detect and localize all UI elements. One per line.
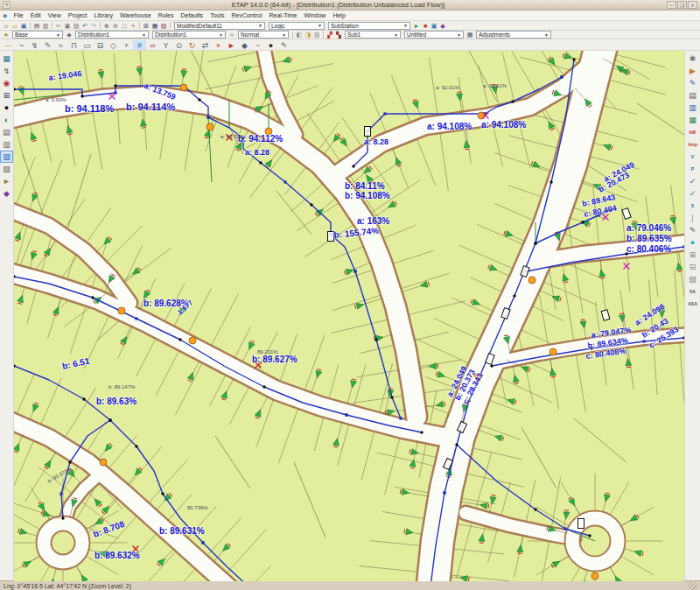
minimize-button[interactable]: ─: [667, 1, 676, 9]
scale-icon[interactable]: ◆: [238, 40, 251, 50]
new-icon[interactable]: ▱: [2, 22, 10, 30]
bus-node[interactable]: [682, 245, 684, 248]
gis-icon[interactable]: ▞: [326, 31, 334, 39]
transformer-node[interactable]: [118, 307, 125, 314]
pole-node[interactable]: [135, 445, 137, 447]
bus-node[interactable]: [284, 180, 286, 183]
pole-node[interactable]: [390, 396, 393, 398]
chevron-down-icon[interactable]: ▼: [56, 32, 60, 38]
pole-node[interactable]: [259, 161, 262, 164]
base-data-icon[interactable]: ●: [1, 102, 12, 113]
resize-grip[interactable]: [688, 582, 696, 589]
pole-node[interactable]: [455, 443, 458, 446]
record-icon[interactable]: ●: [687, 237, 698, 248]
pole-node[interactable]: [513, 294, 515, 297]
pole-node[interactable]: [534, 508, 536, 510]
pole-node[interactable]: [511, 100, 514, 102]
bus-node[interactable]: [135, 317, 137, 320]
bus-node[interactable]: [642, 340, 645, 342]
layers-icon[interactable]: ▧: [687, 274, 698, 284]
bus-node[interactable]: [206, 116, 209, 118]
view-combo[interactable]: Distribution1▼: [152, 31, 226, 39]
undo-icon[interactable]: ↶: [80, 22, 89, 30]
help-icon[interactable]: ?: [3, 1, 10, 9]
chart-icon[interactable]: ▥: [687, 102, 698, 113]
pole-node[interactable]: [91, 296, 94, 299]
menu-realtime[interactable]: Real-Time: [265, 12, 300, 18]
attach-icon[interactable]: ✎: [277, 40, 290, 50]
bus-node[interactable]: [560, 75, 563, 78]
rect-tool-icon[interactable]: ⊓: [67, 40, 80, 50]
overlay-icon[interactable]: ▦: [150, 22, 159, 30]
kw-icon[interactable]: kW: [687, 127, 698, 137]
revision-base-combo[interactable]: Base▼: [12, 31, 63, 39]
close-button[interactable]: ×: [688, 1, 697, 9]
chevron-down-icon[interactable]: ▼: [318, 23, 322, 28]
pole-node[interactable]: [581, 221, 584, 223]
pole-node[interactable]: [550, 180, 552, 183]
display-options-icon[interactable]: ▣: [430, 22, 438, 30]
pole-node[interactable]: [310, 203, 312, 206]
bus-node[interactable]: [443, 491, 445, 494]
check-a-icon[interactable]: ✓: [687, 176, 698, 186]
spline-tool-icon[interactable]: ≈: [54, 40, 67, 50]
transformer-node[interactable]: [550, 348, 556, 355]
asa-icon[interactable]: ASA: [687, 299, 698, 309]
presentation-icon[interactable]: ◈: [65, 31, 74, 39]
gis-map-canvas[interactable]: a: 19.046b: 94.118%a: 13.759b: 94.114%b:…: [14, 51, 684, 581]
pole-node[interactable]: [114, 84, 116, 87]
menu-edit[interactable]: Edit: [27, 12, 45, 18]
pf-icon[interactable]: P: [687, 164, 698, 174]
pole-node[interactable]: [161, 492, 164, 495]
menu-tools[interactable]: Tools: [206, 12, 228, 18]
pole-node[interactable]: [61, 516, 64, 519]
chevron-down-icon[interactable]: ▼: [282, 32, 286, 38]
pole-node[interactable]: [68, 460, 71, 463]
study-icon[interactable]: ◆: [1, 188, 12, 199]
panel-icon[interactable]: ▤: [1, 127, 12, 137]
transformer-node[interactable]: [189, 337, 196, 344]
mode-icon[interactable]: ≈: [228, 31, 236, 39]
favorites-icon[interactable]: ★: [2, 31, 10, 39]
open-icon[interactable]: ▭: [10, 22, 19, 30]
pole-node[interactable]: [420, 431, 423, 433]
zoom-in-icon[interactable]: ⊕: [102, 22, 111, 30]
redo-icon[interactable]: ↷: [89, 22, 98, 30]
mirror-icon[interactable]: ⇄: [199, 40, 212, 50]
print-icon[interactable]: ▤: [32, 22, 41, 30]
shape-tool-icon[interactable]: ▭: [80, 40, 94, 50]
unbalanced-lf-icon[interactable]: ▧: [1, 151, 12, 162]
transformer-node[interactable]: [592, 572, 598, 579]
menu-file[interactable]: File: [10, 12, 26, 18]
bus-node[interactable]: [354, 270, 356, 272]
pole-node[interactable]: [82, 397, 85, 400]
network-combo[interactable]: Untitled▼: [404, 31, 464, 39]
pointer-icon[interactable]: ▶: [687, 66, 698, 76]
config-status-combo[interactable]: Normal▼: [238, 31, 289, 39]
adjust-icon[interactable]: ▦: [466, 31, 474, 39]
report-mode-icon[interactable]: ▨: [1, 164, 12, 174]
junction-icon[interactable]: ⊙: [172, 40, 186, 50]
snap-tool-icon[interactable]: ◇: [107, 40, 120, 50]
amp-icon[interactable]: Amp: [687, 139, 698, 150]
volt-icon[interactable]: V: [687, 151, 698, 162]
paste-icon[interactable]: ▨: [72, 22, 80, 30]
bus-node[interactable]: [399, 417, 402, 419]
menu-library[interactable]: Library: [91, 12, 116, 18]
pole-node[interactable]: [108, 418, 111, 421]
flag-mode-icon[interactable]: ►: [1, 176, 12, 186]
restore-button[interactable]: ❏: [677, 1, 687, 9]
transformer-node[interactable]: [528, 277, 536, 284]
bus-node[interactable]: [60, 492, 62, 495]
menu-warehouse[interactable]: Warehouse: [116, 12, 155, 18]
pole-node[interactable]: [352, 165, 354, 167]
merge-tool-icon[interactable]: ⊟: [94, 40, 107, 50]
pole-node[interactable]: [588, 534, 591, 537]
map-icon[interactable]: ▚: [334, 31, 343, 39]
pen-icon[interactable]: ✎: [687, 78, 698, 88]
oneline-icon[interactable]: ↯: [1, 66, 12, 76]
protection-icon[interactable]: ◉: [1, 78, 12, 88]
pole-node[interactable]: [534, 242, 536, 244]
delete-icon[interactable]: ×: [212, 40, 225, 50]
pole-node[interactable]: [572, 58, 575, 60]
